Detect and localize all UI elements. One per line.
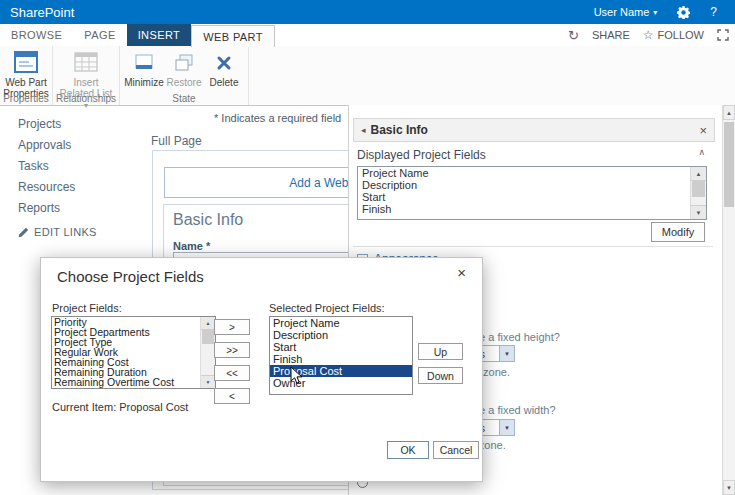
- ok-button[interactable]: OK: [387, 441, 429, 459]
- listbox-scrollbar[interactable]: ▲ ▼: [200, 317, 215, 388]
- name-field-label: Name *: [173, 240, 210, 252]
- up-button[interactable]: Up: [418, 343, 463, 360]
- move-all-left-button[interactable]: <<: [214, 365, 250, 381]
- chevron-left-icon[interactable]: ◂: [361, 125, 366, 135]
- selected-field-option[interactable]: Start: [270, 341, 412, 353]
- star-icon: ☆: [643, 28, 654, 42]
- dialog-close-icon[interactable]: ×: [453, 262, 470, 283]
- pencil-icon: [18, 227, 29, 238]
- edit-links-label: EDIT LINKS: [34, 226, 97, 238]
- selected-field-option[interactable]: Description: [270, 329, 412, 341]
- list-item[interactable]: Start: [358, 191, 706, 203]
- cancel-button[interactable]: Cancel: [433, 441, 479, 459]
- ribbon-right-actions: ↻ SHARE ☆ FOLLOW: [568, 24, 729, 46]
- group-label-relationships: Relationships: [53, 93, 119, 104]
- ribbon-group-relationships: Insert Related List ▾ Relationships: [53, 46, 120, 105]
- zone-label: Full Page: [151, 134, 202, 148]
- scroll-down-icon[interactable]: ▼: [201, 375, 215, 388]
- available-fields-listbox[interactable]: Priority Project Departments Project Typ…: [51, 316, 216, 389]
- sidebar-item-reports[interactable]: Reports: [18, 198, 138, 219]
- share-button[interactable]: SHARE: [592, 29, 630, 41]
- minimize-label: Minimize: [124, 77, 163, 88]
- tool-pane-close-icon[interactable]: ×: [699, 123, 707, 138]
- restore-label: Restore: [166, 77, 201, 88]
- related-list-icon: [71, 49, 101, 77]
- list-item[interactable]: Finish: [358, 203, 706, 215]
- available-fields-label: Project Fields:: [52, 302, 122, 314]
- settings-gear-button[interactable]: [671, 6, 696, 19]
- group-label-properties: Properties: [0, 93, 52, 104]
- scroll-up-icon[interactable]: ▲: [201, 317, 215, 330]
- suite-bar-right: User Name ▾ ?: [588, 5, 723, 19]
- delete-x-icon: [213, 49, 235, 77]
- tab-page[interactable]: PAGE: [73, 24, 126, 46]
- select-arrow-icon: ▼: [499, 420, 514, 435]
- selected-field-option[interactable]: Owner: [270, 377, 412, 389]
- selected-field-option[interactable]: Finish: [270, 353, 412, 365]
- selected-field-option[interactable]: Project Name: [270, 317, 412, 329]
- follow-label: FOLLOW: [658, 29, 704, 41]
- tab-insert[interactable]: INSERT: [127, 24, 192, 46]
- follow-button[interactable]: ☆ FOLLOW: [643, 28, 704, 42]
- user-menu[interactable]: User Name ▾: [588, 6, 664, 18]
- sidebar-item-tasks[interactable]: Tasks: [18, 156, 138, 177]
- scroll-down-icon[interactable]: ▼: [723, 480, 735, 495]
- listbox-scrollbar[interactable]: ▲ ▼: [690, 167, 706, 219]
- tab-browse[interactable]: BROWSE: [0, 24, 73, 46]
- web-part-properties-button[interactable]: Web Part Properties: [4, 49, 48, 99]
- selected-fields-listbox[interactable]: Project Name Description Start Finish Pr…: [269, 316, 413, 395]
- tool-pane-title: Basic Info: [371, 123, 428, 137]
- delete-label: Delete: [210, 77, 239, 88]
- dialog-title: Choose Project Fields: [57, 268, 204, 285]
- edit-links-button[interactable]: EDIT LINKS: [18, 226, 138, 238]
- focus-icon: [717, 29, 729, 41]
- restore-button[interactable]: Restore: [164, 49, 204, 88]
- list-item[interactable]: Description: [358, 179, 706, 191]
- displayed-fields-section-label: Displayed Project Fields: [357, 148, 486, 162]
- tool-pane-header: ◂ Basic Info ×: [353, 118, 715, 142]
- web-part-title: Basic Info: [173, 211, 243, 229]
- web-part-properties-icon: [11, 49, 41, 77]
- minimize-icon: [133, 49, 155, 77]
- move-right-button[interactable]: >: [214, 319, 250, 335]
- sync-icon[interactable]: ↻: [568, 28, 579, 43]
- scrollbar-thumb[interactable]: [692, 181, 705, 197]
- scroll-down-icon[interactable]: ▼: [691, 205, 706, 219]
- sidebar-item-resources[interactable]: Resources: [18, 177, 138, 198]
- selected-field-option-highlighted[interactable]: Proposal Cost: [270, 365, 412, 377]
- choose-project-fields-dialog: Choose Project Fields × Project Fields: …: [40, 257, 483, 482]
- group-label-state: State: [120, 93, 248, 104]
- scroll-up-icon[interactable]: ▲: [691, 167, 706, 181]
- ribbon: Web Part Properties Properties Insert Re…: [0, 46, 735, 106]
- sharepoint-logo: SharePoint: [10, 5, 74, 20]
- page-scrollbar[interactable]: ▲ ▼: [722, 105, 735, 495]
- sidebar-item-projects[interactable]: Projects: [18, 114, 138, 135]
- available-field-option[interactable]: Remaining Overtime Cost: [52, 377, 215, 387]
- collapse-section-icon[interactable]: ∧: [698, 147, 705, 157]
- displayed-fields-listbox[interactable]: Project Name Description Start Finish ▲ …: [357, 166, 707, 220]
- scrollbar-thumb[interactable]: [724, 122, 734, 207]
- help-button[interactable]: ?: [704, 5, 723, 19]
- scrollbar-thumb[interactable]: [202, 330, 214, 344]
- modify-button[interactable]: Modify: [651, 222, 705, 242]
- down-button[interactable]: Down: [418, 367, 463, 384]
- ribbon-group-properties: Web Part Properties Properties: [0, 46, 53, 105]
- sidebar-item-approvals[interactable]: Approvals: [18, 135, 138, 156]
- move-all-right-button[interactable]: >>: [214, 342, 250, 358]
- ribbon-group-state: Minimize Restore Delete State: [120, 46, 249, 105]
- restore-icon: [173, 49, 195, 77]
- current-item-label: Current Item: Proposal Cost: [52, 401, 188, 413]
- selected-fields-label: Selected Project Fields:: [269, 302, 385, 314]
- list-item[interactable]: Project Name: [358, 167, 706, 179]
- focus-on-content-button[interactable]: [717, 29, 729, 41]
- chevron-down-icon: ▾: [653, 8, 657, 17]
- suite-bar: SharePoint User Name ▾ ?: [0, 0, 735, 24]
- section-divider: [353, 246, 713, 247]
- scroll-up-icon[interactable]: ▲: [723, 105, 735, 120]
- move-left-button[interactable]: <: [214, 388, 250, 404]
- quick-launch-nav: Projects Approvals Tasks Resources Repor…: [18, 114, 138, 238]
- gear-icon: [677, 6, 690, 19]
- delete-button[interactable]: Delete: [204, 49, 244, 88]
- tab-web-part[interactable]: WEB PART: [191, 25, 275, 47]
- minimize-button[interactable]: Minimize: [124, 49, 164, 88]
